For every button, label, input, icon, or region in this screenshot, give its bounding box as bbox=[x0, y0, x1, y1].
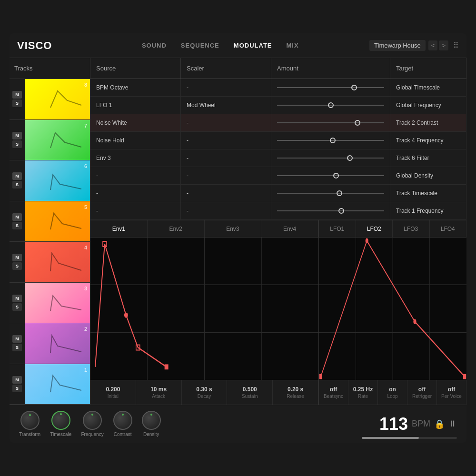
track-3-solo[interactable]: S bbox=[12, 303, 22, 311]
env-initial-value: 0.200 bbox=[106, 386, 120, 393]
mod-target-7: Track 1 Frequency bbox=[390, 202, 466, 219]
env-param-release[interactable]: 0.20 s Release bbox=[273, 380, 318, 405]
track-8-waveform[interactable]: 8 bbox=[25, 79, 90, 119]
track-6-solo[interactable]: S bbox=[12, 181, 22, 188]
track-4-solo[interactable]: S bbox=[12, 262, 22, 270]
header: VISCO SOUND SEQUENCE MODULATE MIX Timewa… bbox=[10, 33, 466, 58]
lfo-param-rate[interactable]: 0.25 Hz Rate bbox=[348, 380, 378, 405]
knob-frequency[interactable] bbox=[83, 411, 102, 430]
knob-transform[interactable] bbox=[20, 411, 40, 430]
track-1-solo[interactable]: S bbox=[12, 385, 22, 392]
mod-scaler-1: Mod Wheel bbox=[181, 97, 271, 114]
lfo-param-retrigger[interactable]: off Retrigger bbox=[407, 380, 437, 405]
mod-row-5[interactable]: - - Global Density bbox=[90, 167, 466, 185]
track-5-svg bbox=[48, 210, 86, 232]
track-3-waveform[interactable]: 3 bbox=[25, 283, 90, 323]
track-7-mute[interactable]: M bbox=[12, 132, 22, 139]
track-7-solo[interactable]: S bbox=[12, 140, 22, 148]
track-6-mute[interactable]: M bbox=[12, 172, 22, 180]
track-3-mute[interactable]: M bbox=[12, 295, 22, 302]
mod-source-1: LFO 1 bbox=[90, 97, 181, 114]
mod-amount-0[interactable] bbox=[271, 79, 390, 96]
mod-amount-2[interactable] bbox=[271, 114, 390, 131]
track-item-2: M S 2 bbox=[10, 323, 90, 364]
track-2-buttons: M S bbox=[10, 333, 25, 353]
track-1-mute[interactable]: M bbox=[12, 376, 22, 384]
preset-prev[interactable]: < bbox=[428, 40, 438, 50]
track-8-number: 8 bbox=[84, 82, 87, 88]
lfo-param-pervoice[interactable]: off Per Voice bbox=[437, 380, 466, 405]
svg-point-16 bbox=[413, 319, 416, 324]
knob-contrast-container: Contrast bbox=[113, 411, 132, 437]
mod-row-2[interactable]: Noise White - Track 2 Contrast bbox=[90, 114, 466, 132]
mod-target-5: Global Density bbox=[390, 167, 466, 184]
mod-row-0[interactable]: BPM Octave - Global Timescale bbox=[90, 79, 466, 97]
lfo-tab-4[interactable]: LFO4 bbox=[430, 220, 467, 237]
mod-amount-4[interactable] bbox=[271, 149, 390, 167]
knob-timescale[interactable] bbox=[51, 411, 70, 430]
track-5-solo[interactable]: S bbox=[12, 222, 22, 229]
knob-density[interactable] bbox=[142, 411, 161, 430]
env-param-sustain[interactable]: 0.500 Sustain bbox=[227, 380, 273, 405]
env-tabs: Env1 Env2 Env3 Env4 bbox=[90, 220, 318, 238]
tab-mix[interactable]: MIX bbox=[287, 40, 299, 51]
mod-row-6[interactable]: - - Track Timescale bbox=[90, 185, 466, 202]
track-5-mute[interactable]: M bbox=[12, 213, 22, 221]
track-2-mute[interactable]: M bbox=[12, 335, 22, 343]
track-2-solo[interactable]: S bbox=[12, 344, 22, 351]
lfo-param-loop[interactable]: on Loop bbox=[378, 380, 407, 405]
track-8-mute[interactable]: M bbox=[12, 91, 22, 99]
tab-sound[interactable]: SOUND bbox=[142, 40, 167, 51]
mod-row-3[interactable]: Noise Hold - Track 4 Frequency bbox=[90, 132, 466, 149]
knob-timescale-container: Timescale bbox=[50, 411, 71, 437]
tab-sequence[interactable]: SEQUENCE bbox=[181, 40, 219, 51]
knob-contrast-label: Contrast bbox=[114, 432, 132, 437]
mod-amount-7[interactable] bbox=[271, 202, 390, 219]
mod-row-7[interactable]: - - Track 1 Frequency bbox=[90, 202, 466, 220]
env-curve-svg bbox=[90, 238, 318, 380]
env-sustain-value: 0.500 bbox=[243, 386, 257, 393]
track-1-waveform[interactable]: 1 bbox=[25, 364, 90, 405]
mod-row-1[interactable]: LFO 1 Mod Wheel Global Frequency bbox=[90, 97, 466, 114]
lfo-tab-2[interactable]: LFO2 bbox=[356, 220, 393, 237]
knob-contrast[interactable] bbox=[113, 411, 132, 430]
progress-bar-fill bbox=[362, 437, 419, 439]
env-param-attack[interactable]: 10 ms Attack bbox=[136, 380, 182, 405]
track-8-buttons: M S bbox=[10, 89, 25, 109]
lfo-retrigger-value: off bbox=[418, 386, 426, 393]
env-tab-4[interactable]: Env4 bbox=[261, 220, 318, 237]
tab-modulate[interactable]: MODULATE bbox=[234, 40, 272, 51]
lfo-tab-3[interactable]: LFO3 bbox=[393, 220, 430, 237]
track-6-waveform[interactable]: 6 bbox=[25, 160, 90, 201]
env-tab-2[interactable]: Env2 bbox=[148, 220, 205, 237]
track-8-solo[interactable]: S bbox=[12, 99, 22, 107]
knob-density-label: Density bbox=[143, 432, 159, 437]
lfo-param-beatsync[interactable]: off Beatsync bbox=[319, 380, 348, 405]
env-param-initial[interactable]: 0.200 Initial bbox=[90, 380, 136, 405]
track-6-number: 6 bbox=[84, 163, 87, 169]
mod-amount-5[interactable] bbox=[271, 167, 390, 184]
track-7-waveform[interactable]: 7 bbox=[25, 120, 90, 160]
preset-next[interactable]: > bbox=[439, 40, 448, 50]
env-tab-3[interactable]: Env3 bbox=[205, 220, 262, 237]
bpm-lock-icon[interactable]: 🔒 bbox=[434, 419, 445, 429]
mod-source-3: Noise Hold bbox=[90, 132, 181, 149]
mod-amount-1[interactable] bbox=[271, 97, 390, 114]
progress-bar[interactable] bbox=[362, 437, 457, 439]
track-4-mute[interactable]: M bbox=[12, 254, 22, 261]
mod-source-2: Noise White bbox=[90, 114, 181, 131]
mod-scaler-3: - bbox=[181, 132, 271, 149]
env-params: 0.200 Initial 10 ms Attack 0.30 s Decay bbox=[90, 380, 318, 405]
track-5-waveform[interactable]: 5 bbox=[25, 201, 90, 242]
env-param-decay[interactable]: 0.30 s Decay bbox=[182, 380, 228, 405]
track-4-waveform[interactable]: 4 bbox=[25, 242, 90, 282]
mod-amount-3[interactable] bbox=[271, 132, 390, 149]
dots-menu-button[interactable]: ⠿ bbox=[453, 41, 459, 50]
env-tab-1[interactable]: Env1 bbox=[90, 220, 148, 237]
mod-amount-6[interactable] bbox=[271, 185, 390, 202]
bpm-pause-icon[interactable]: ⏸ bbox=[448, 419, 457, 429]
svg-rect-17 bbox=[463, 374, 466, 379]
track-2-waveform[interactable]: 2 bbox=[25, 323, 90, 364]
mod-row-4[interactable]: Env 3 - Track 6 Filter bbox=[90, 149, 466, 167]
lfo-tab-1[interactable]: LFO1 bbox=[319, 220, 356, 237]
